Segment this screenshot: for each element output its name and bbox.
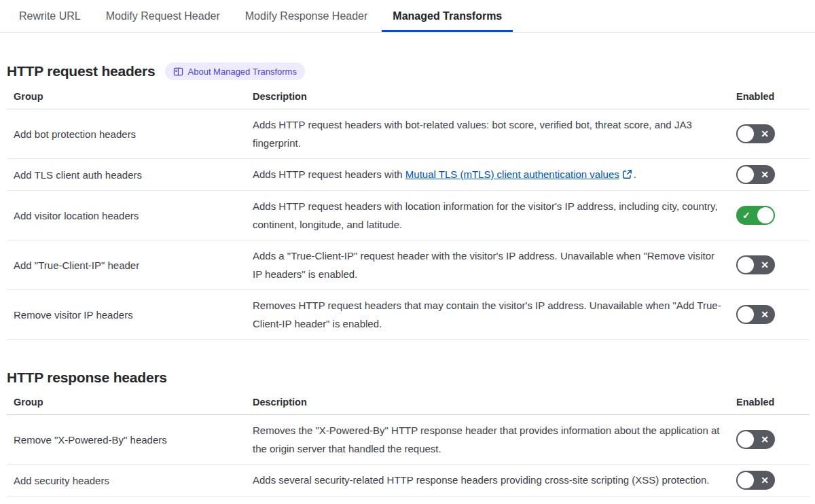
description-cell: Adds HTTP request headers with bot-relat… (246, 109, 729, 158)
toggle-knob (738, 472, 754, 488)
table-row: Add visitor location headers Adds HTTP r… (7, 191, 810, 240)
doc-link-mutual-tls-mtls-client-authentication-va[interactable]: Mutual TLS (mTLS) client authentication … (405, 168, 619, 180)
external-link-icon (622, 169, 632, 179)
table-row: Add security headers Adds several securi… (7, 465, 810, 497)
column-header-enabled: Enabled (729, 395, 810, 414)
enabled-cell: ✓ ✕ (729, 109, 810, 158)
request-headers-section: HTTP request headers About Managed Trans… (7, 62, 810, 340)
x-icon: ✕ (761, 170, 769, 179)
request-headers-table: GroupDescriptionEnabled Add bot protecti… (7, 89, 810, 340)
column-header-group: Group (7, 395, 246, 414)
response-headers-section: HTTP response headers GroupDescriptionEn… (7, 370, 810, 497)
column-header-enabled: Enabled (729, 89, 810, 109)
toggle-knob (738, 257, 754, 273)
request-section-header: HTTP request headers About Managed Trans… (7, 62, 810, 80)
response-section-header: HTTP response headers (7, 370, 810, 386)
response-section-title: HTTP response headers (7, 370, 167, 386)
about-managed-transforms-badge[interactable]: About Managed Transforms (165, 62, 305, 80)
enabled-cell: ✓ ✕ (729, 465, 810, 496)
group-cell: Remove visitor IP headers (7, 290, 246, 339)
badge-label: About Managed Transforms (188, 67, 297, 77)
toggle-knob (738, 431, 754, 448)
toggle-knob (738, 306, 754, 323)
enabled-toggle-add-security-headers[interactable]: ✓ ✕ (736, 471, 775, 490)
group-cell: Add "True-Client-IP" header (7, 240, 246, 289)
enabled-toggle-add-bot-protection-headers[interactable]: ✓ ✕ (736, 124, 775, 143)
request-section-title: HTTP request headers (7, 63, 156, 79)
description-cell: Adds several security-related HTTP respo… (246, 465, 729, 496)
column-header-description: Description (246, 395, 729, 414)
tab-modify-request-header[interactable]: Modify Request Header (95, 0, 231, 32)
enabled-cell: ✓ ✕ (729, 290, 810, 339)
table-header-row: GroupDescriptionEnabled (7, 89, 810, 109)
toggle-knob (738, 126, 754, 142)
enabled-cell: ✓ ✕ (729, 415, 810, 464)
book-icon (173, 67, 183, 77)
enabled-toggle-add-true-client-ip-header[interactable]: ✓ ✕ (736, 255, 775, 274)
description-cell: Removes HTTP request headers that may co… (246, 290, 729, 339)
toggle-knob (738, 166, 754, 183)
table-row: Add bot protection headers Adds HTTP req… (7, 109, 810, 159)
table-row: Add TLS client auth headers Adds HTTP re… (7, 159, 810, 191)
group-cell: Add security headers (7, 465, 246, 496)
enabled-toggle-add-visitor-location-headers[interactable]: ✓ ✕ (736, 206, 775, 225)
table-header-row: GroupDescriptionEnabled (7, 395, 810, 415)
x-icon: ✕ (761, 435, 769, 444)
x-icon: ✕ (761, 260, 769, 270)
group-cell: Add visitor location headers (7, 191, 246, 240)
column-header-description: Description (246, 89, 729, 109)
x-icon: ✕ (761, 310, 769, 319)
managed-transforms-page: HTTP request headers About Managed Trans… (0, 62, 815, 497)
description-cell: Removes the "X-Powered-By" HTTP response… (246, 415, 729, 464)
table-row: Remove "X-Powered-By" headers Removes th… (7, 415, 810, 465)
enabled-cell: ✓ ✕ (729, 240, 810, 289)
x-icon: ✕ (761, 475, 769, 485)
table-row: Remove visitor IP headers Removes HTTP r… (7, 290, 810, 340)
column-header-group: Group (7, 89, 246, 109)
tab-rewrite-url[interactable]: Rewrite URL (8, 0, 92, 32)
response-headers-table: GroupDescriptionEnabled Remove "X-Powere… (7, 395, 810, 497)
x-icon: ✕ (761, 129, 769, 139)
description-cell: Adds a "True-Client-IP" request header w… (246, 240, 729, 289)
enabled-toggle-remove-x-powered-by-headers[interactable]: ✓ ✕ (736, 430, 775, 449)
enabled-toggle-add-tls-client-auth-headers[interactable]: ✓ ✕ (736, 165, 775, 184)
check-icon: ✓ (742, 211, 750, 220)
group-cell: Add bot protection headers (7, 109, 246, 158)
tab-managed-transforms[interactable]: Managed Transforms (382, 0, 513, 32)
toggle-knob (757, 207, 774, 223)
group-cell: Remove "X-Powered-By" headers (7, 415, 246, 464)
description-cell: Adds HTTP request headers with Mutual TL… (246, 159, 729, 190)
tab-modify-response-header[interactable]: Modify Response Header (234, 0, 379, 32)
description-cell: Adds HTTP request headers with location … (246, 191, 729, 240)
tab-bar: Rewrite URLModify Request HeaderModify R… (0, 0, 815, 33)
enabled-toggle-remove-visitor-ip-headers[interactable]: ✓ ✕ (736, 305, 775, 324)
group-cell: Add TLS client auth headers (7, 159, 246, 190)
table-row: Add "True-Client-IP" header Adds a "True… (7, 240, 810, 290)
enabled-cell: ✓ ✕ (729, 191, 810, 240)
enabled-cell: ✓ ✕ (729, 159, 810, 190)
